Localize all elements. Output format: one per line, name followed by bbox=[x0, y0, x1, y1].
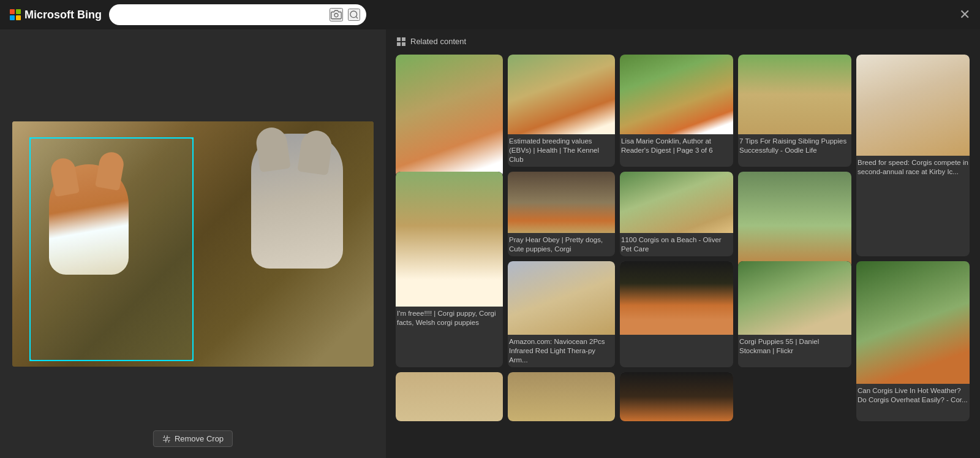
grid-label-8: 1100 Corgis on a Beach - Oliver Pet Care bbox=[620, 233, 733, 256]
microsoft-logo-icon bbox=[10, 9, 21, 20]
close-button[interactable]: ✕ bbox=[959, 8, 970, 21]
main-image bbox=[12, 121, 374, 367]
left-panel: Remove Crop bbox=[0, 29, 386, 458]
grid-label-5: Breed for speed: Corgis compete in secon… bbox=[856, 156, 970, 179]
bing-logo: Microsoft Bing bbox=[10, 9, 102, 21]
grid-item-5[interactable]: Breed for speed: Corgis compete in secon… bbox=[856, 55, 970, 256]
grid-label-6: I'm freee!!!! | Corgi puppy, Corgi facts… bbox=[396, 307, 503, 330]
grid-item-7[interactable]: Pray Hear Obey | Pretty dogs, Cute puppi… bbox=[508, 172, 615, 256]
grid-item-11[interactable]: Amazon.com: Naviocean 2Pcs Infrared Red … bbox=[508, 261, 615, 367]
grid-label-hot-weather: Can Corgis Live In Hot Weather? Do Corgi… bbox=[856, 384, 970, 407]
search-submit-button[interactable] bbox=[348, 9, 360, 21]
corgi-dog-left bbox=[31, 158, 147, 348]
grid-image-corgi-55 bbox=[738, 261, 851, 335]
grid-label-3: Lisa Marie Conklin, Author at Reader's D… bbox=[620, 134, 733, 158]
grid-item-bottom-3[interactable] bbox=[620, 372, 733, 421]
grid-image-3 bbox=[620, 55, 733, 134]
grid-image-bottom-1 bbox=[396, 372, 503, 421]
grid-image-12 bbox=[620, 261, 733, 335]
grid-image-bottom-3 bbox=[620, 372, 733, 421]
grid-item-hot-weather[interactable]: Can Corgis Live In Hot Weather? Do Corgi… bbox=[856, 261, 970, 421]
grid-image-4 bbox=[738, 55, 851, 134]
camera-search-button[interactable] bbox=[330, 8, 343, 21]
crop-icon bbox=[162, 435, 171, 443]
grid-item-8[interactable]: 1100 Corgis on a Beach - Oliver Pet Care bbox=[620, 172, 733, 256]
svg-point-1 bbox=[350, 11, 357, 18]
grey-dog-right bbox=[233, 134, 361, 342]
grid-image-6 bbox=[396, 172, 503, 307]
grid-item-3[interactable]: Lisa Marie Conklin, Author at Reader's D… bbox=[620, 55, 733, 167]
grid-label-corgi-55: Corgi Puppies 55 | Daniel Stockman | Fli… bbox=[738, 335, 851, 358]
search-bar bbox=[109, 4, 366, 25]
remove-crop-button[interactable]: Remove Crop bbox=[153, 430, 233, 447]
search-input[interactable] bbox=[115, 10, 325, 20]
bing-logo-text: Microsoft Bing bbox=[24, 9, 102, 21]
right-panel[interactable]: Related content Welsh Corgi running in t… bbox=[386, 29, 980, 458]
grid-item-12[interactable] bbox=[620, 261, 733, 367]
grid-image-1 bbox=[396, 55, 503, 177]
grid-label-2: Estimated breeding values (EBVs) | Healt… bbox=[508, 134, 615, 167]
grid-image-bottom-2 bbox=[508, 372, 615, 421]
grid-item-bottom-2[interactable] bbox=[508, 372, 615, 421]
results-grid: Welsh Corgi running in the wood Estimate… bbox=[396, 55, 970, 421]
grid-image-7 bbox=[508, 172, 615, 233]
grid-image-2 bbox=[508, 55, 615, 134]
header: Microsoft Bing ✕ bbox=[0, 0, 980, 29]
grid-image-5 bbox=[856, 55, 970, 156]
related-title: Related content bbox=[410, 37, 466, 46]
grid-label-12 bbox=[620, 335, 733, 340]
grid-image-11 bbox=[508, 261, 615, 335]
svg-point-0 bbox=[334, 13, 338, 17]
main-content: Remove Crop Related content Welsh Corgi … bbox=[0, 29, 980, 458]
grid-label-7: Pray Hear Obey | Pretty dogs, Cute puppi… bbox=[508, 233, 615, 256]
grid-label-4: 7 Tips For Raising Sibling Puppies Succe… bbox=[738, 134, 851, 158]
grid-item-2[interactable]: Estimated breeding values (EBVs) | Healt… bbox=[508, 55, 615, 167]
grid-image-hot-weather bbox=[856, 261, 970, 384]
main-image-container bbox=[12, 121, 374, 367]
remove-crop-label: Remove Crop bbox=[175, 434, 224, 443]
grid-label-11: Amazon.com: Naviocean 2Pcs Infrared Red … bbox=[508, 335, 615, 367]
related-header: Related content bbox=[396, 37, 970, 46]
grid-item-6[interactable]: I'm freee!!!! | Corgi puppy, Corgi facts… bbox=[396, 172, 503, 367]
grid-item-bottom-1[interactable] bbox=[396, 372, 503, 421]
grid-icon bbox=[397, 37, 405, 46]
svg-line-2 bbox=[356, 17, 358, 18]
grid-item-corgi-55[interactable]: Corgi Puppies 55 | Daniel Stockman | Fli… bbox=[738, 261, 851, 367]
grid-item-4[interactable]: 7 Tips For Raising Sibling Puppies Succe… bbox=[738, 55, 851, 167]
grid-image-8 bbox=[620, 172, 733, 233]
